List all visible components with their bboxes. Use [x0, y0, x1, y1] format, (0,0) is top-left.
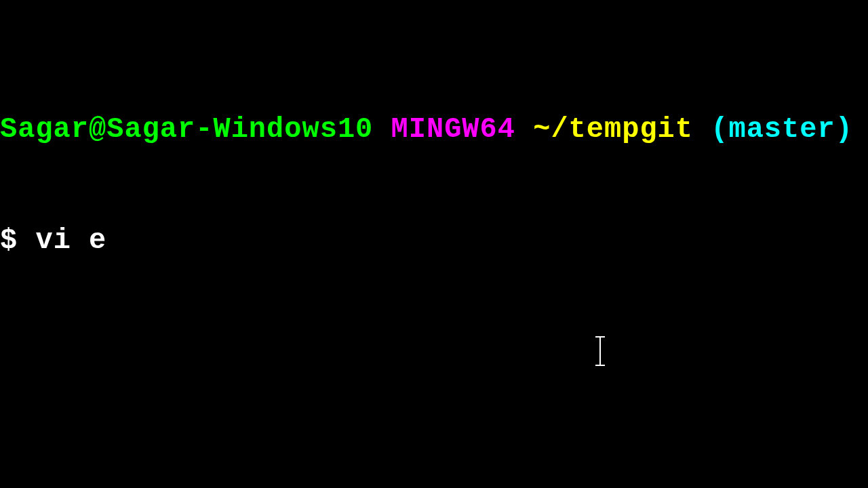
prompt-line-1: Sagar@Sagar-Windows10 MINGW64 ~/tempgit …	[0, 111, 868, 148]
blank-line	[0, 370, 868, 407]
terminal-window[interactable]: Sagar@Sagar-Windows10 MINGW64 ~/tempgit …	[0, 0, 868, 488]
branch: (master)	[711, 113, 853, 146]
path: ~/tempgit	[533, 113, 693, 146]
mingw-label: MINGW64	[391, 113, 515, 146]
dollar-sign: $	[0, 224, 18, 257]
command-vi: vi e	[35, 224, 106, 257]
command-line-1: $ vi e	[0, 222, 868, 260]
user-host: Sagar@Sagar-Windows10	[0, 113, 373, 146]
